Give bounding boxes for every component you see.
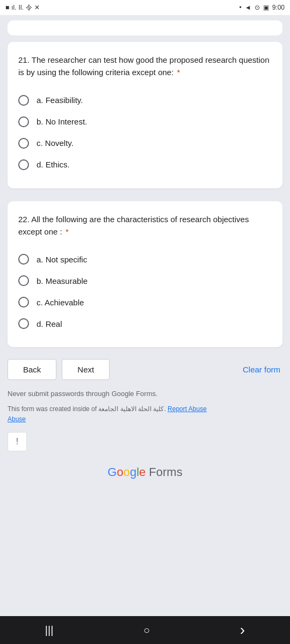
system-nav-bar: ||| ○ › bbox=[0, 616, 290, 644]
option-21-d-label: d. Ethics. bbox=[37, 160, 70, 169]
radio-22-b[interactable] bbox=[18, 275, 29, 286]
radio-21-b[interactable] bbox=[18, 116, 29, 127]
footer-org-arabic: كلية الحلة الاهلية الجامعة bbox=[98, 405, 164, 413]
signal-icon-2: Il. bbox=[19, 4, 24, 11]
radio-21-d[interactable] bbox=[18, 159, 29, 170]
nav-forward-icon[interactable]: › bbox=[240, 621, 245, 639]
required-star-22: * bbox=[63, 227, 69, 236]
sound-icon: ✕ bbox=[34, 4, 40, 11]
option-22-c[interactable]: c. Achievable bbox=[18, 291, 272, 313]
circle-icon: ⊙ bbox=[255, 4, 260, 11]
g-yellow: o bbox=[124, 465, 130, 479]
forms-text: Forms bbox=[149, 465, 182, 479]
option-22-b-label: b. Measurable bbox=[37, 276, 88, 286]
clear-form-button[interactable]: Clear form bbox=[241, 360, 282, 379]
option-21-b-label: b. No Interest. bbox=[37, 117, 87, 126]
radio-22-c[interactable] bbox=[18, 297, 29, 308]
partial-top-card bbox=[8, 20, 282, 35]
battery-icon: ■ bbox=[5, 4, 9, 11]
footer-org-text: This form was created inside of bbox=[8, 405, 97, 413]
g-red-2: e bbox=[139, 465, 146, 479]
google-brand-text: Google bbox=[107, 465, 146, 479]
signal-icon: ıl. bbox=[11, 4, 16, 11]
option-21-d[interactable]: d. Ethics. bbox=[18, 154, 272, 175]
abuse-link[interactable]: Abuse bbox=[8, 415, 26, 423]
radio-21-a[interactable] bbox=[18, 95, 29, 106]
footer-org: This form was created inside of كلية الح… bbox=[0, 402, 290, 432]
nav-back-icon[interactable]: ||| bbox=[45, 624, 54, 636]
question-21-number: 21. bbox=[18, 55, 32, 64]
footer-warning: Never submit passwords through Google Fo… bbox=[0, 385, 290, 402]
report-abuse-link[interactable]: Report Abuse bbox=[168, 405, 207, 413]
status-left: ■ ıl. Il. 令 ✕ bbox=[5, 3, 40, 12]
question-22-card: 22. All the following are the characteri… bbox=[8, 201, 282, 348]
nav-home-icon[interactable]: ○ bbox=[143, 624, 150, 636]
radio-22-a[interactable] bbox=[18, 254, 29, 265]
option-21-b[interactable]: b. No Interest. bbox=[18, 111, 272, 133]
question-22-text: 22. All the following are the characteri… bbox=[18, 213, 272, 238]
g-blue-2: g bbox=[130, 465, 136, 479]
feedback-icon[interactable]: ! bbox=[8, 432, 27, 451]
back-button[interactable]: Back bbox=[8, 359, 56, 380]
radio-22-d[interactable] bbox=[18, 318, 29, 329]
g-blue: G bbox=[107, 465, 117, 479]
option-21-a[interactable]: a. Feasibility. bbox=[18, 90, 272, 111]
option-21-c-label: c. Novelty. bbox=[37, 138, 74, 148]
navigation-icon: ◄ bbox=[245, 4, 251, 11]
g-red: o bbox=[117, 465, 123, 479]
google-forms-brand: Google Forms bbox=[0, 456, 290, 492]
option-22-a-label: a. Not specific bbox=[37, 255, 87, 264]
screen-icon: ▣ bbox=[263, 4, 269, 11]
exclamation-icon: ! bbox=[16, 437, 18, 447]
wifi-icon: 令 bbox=[26, 3, 32, 12]
status-bar: ■ ıl. Il. 令 ✕ • ◄ ⊙ ▣ 9:00 bbox=[0, 0, 290, 15]
required-star-21: * bbox=[175, 68, 180, 77]
option-21-c[interactable]: c. Novelty. bbox=[18, 133, 272, 154]
option-22-a[interactable]: a. Not specific bbox=[18, 248, 272, 270]
next-button[interactable]: Next bbox=[62, 359, 110, 380]
question-21-text: 21. The researcher can test how good the… bbox=[18, 54, 272, 79]
status-right: • ◄ ⊙ ▣ 9:00 bbox=[240, 4, 285, 11]
option-21-a-label: a. Feasibility. bbox=[37, 96, 83, 105]
option-22-d-label: d. Real bbox=[37, 319, 62, 328]
dot-indicator: • bbox=[240, 4, 242, 11]
radio-21-c[interactable] bbox=[18, 138, 29, 149]
footer-buttons: Back Next Clear form bbox=[0, 354, 290, 385]
option-22-b[interactable]: b. Measurable bbox=[18, 270, 272, 291]
time-display: 9:00 bbox=[272, 4, 285, 11]
question-21-card: 21. The researcher can test how good the… bbox=[8, 42, 282, 188]
question-22-number: 22. bbox=[18, 215, 31, 224]
option-22-c-label: c. Achievable bbox=[37, 298, 84, 307]
option-22-d[interactable]: d. Real bbox=[18, 313, 272, 334]
